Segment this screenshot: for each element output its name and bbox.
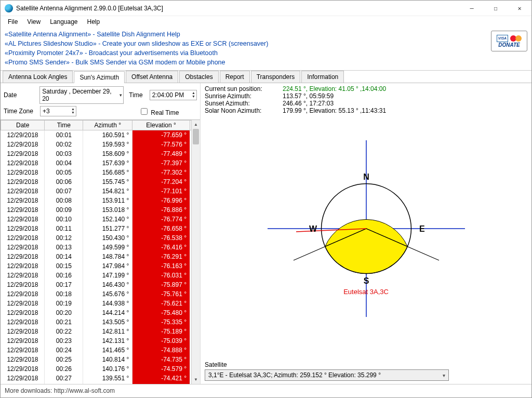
table-row[interactable]: 12/29/201800:04157.639 °-77.397 °: [1, 158, 200, 168]
cell-date: 12/29/2018: [1, 215, 45, 224]
table-row[interactable]: 12/29/201800:11151.277 °-76.658 °: [1, 224, 200, 233]
vertical-scrollbar[interactable]: ▲ ▼: [191, 120, 200, 384]
table-row[interactable]: 12/29/201800:06155.745 °-77.204 °: [1, 177, 200, 187]
cell-elevation: -74.579 °: [132, 364, 190, 374]
cell-azimuth: 158.609 °: [83, 149, 132, 158]
tab-offset-antenna[interactable]: Offset Antenna: [126, 71, 178, 83]
table-row[interactable]: 12/29/201800:18145.676 °-75.761 °: [1, 289, 200, 299]
right-panel: Current sun position: 224.51 °, Elevatio…: [201, 83, 531, 384]
data-grid[interactable]: Date Time Azimuth ° Elevation ° 12/29/20…: [1, 120, 200, 384]
table-row[interactable]: 12/29/201800:21143.505 °-75.335 °: [1, 317, 200, 327]
table-row[interactable]: 12/29/201800:26140.176 °-74.579 °: [1, 364, 200, 374]
menu-bar: File View Language Help: [1, 16, 531, 28]
table-row[interactable]: 12/29/201800:10152.140 °-76.774 °: [1, 215, 200, 224]
cell-elevation: -77.659 °: [132, 130, 190, 140]
content-area: Date Saturday , December 29, 20 ▾ Time 2…: [1, 83, 531, 384]
table-row[interactable]: 12/29/201800:23142.131 °-75.039 °: [1, 336, 200, 346]
cell-elevation: -76.163 °: [132, 261, 190, 271]
table-row[interactable]: 12/29/201800:28138.940 °-74.261 °: [1, 383, 200, 384]
cell-azimuth: 141.465 °: [83, 346, 132, 355]
compass-s: S: [363, 276, 369, 285]
table-row[interactable]: 12/29/201800:09153.018 °-76.886 °: [1, 205, 200, 215]
tab-obstacles[interactable]: Obstacles: [179, 71, 218, 83]
cell-elevation: -75.621 °: [132, 299, 190, 308]
table-row[interactable]: 12/29/201800:20144.214 °-75.480 °: [1, 308, 200, 317]
cell-elevation: -76.291 °: [132, 252, 190, 261]
promo-link-4[interactable]: «Promo SMS Sender» - Bulk SMS Sender via…: [5, 58, 527, 67]
tab-look-angles[interactable]: Antenna Look Angles: [3, 71, 73, 83]
col-elevation[interactable]: Elevation °: [132, 121, 190, 130]
cell-elevation: -77.101 °: [132, 187, 190, 196]
col-date[interactable]: Date: [1, 121, 45, 130]
table-row[interactable]: 12/29/201800:08153.911 °-76.996 °: [1, 196, 200, 205]
realtime-checkbox[interactable]: Real Time: [139, 107, 179, 116]
menu-file[interactable]: File: [4, 17, 22, 26]
menu-view[interactable]: View: [23, 17, 45, 26]
cell-azimuth: 147.199 °: [83, 271, 132, 280]
cell-date: 12/29/2018: [1, 205, 45, 215]
scroll-up-icon[interactable]: ▲: [192, 120, 200, 129]
cell-time: 00:26: [45, 364, 83, 374]
table-row[interactable]: 12/29/201800:27139.551 °-74.421 °: [1, 374, 200, 383]
promo-link-1[interactable]: «Satellite Antenna Alignment» - Satellit…: [5, 30, 527, 39]
title-bar: Satellite Antenna Alignment 2.99.0.0 [Eu…: [1, 1, 531, 16]
control-panel: Date Saturday , December 29, 20 ▾ Time 2…: [1, 83, 200, 120]
cell-time: 00:14: [45, 252, 83, 261]
date-picker[interactable]: Saturday , December 29, 20 ▾: [39, 86, 124, 104]
table-row[interactable]: 12/29/201800:24141.465 °-74.888 °: [1, 346, 200, 355]
scroll-down-icon[interactable]: ▼: [192, 375, 200, 384]
maximize-button[interactable]: ☐: [484, 1, 508, 16]
menu-language[interactable]: Language: [46, 17, 82, 26]
minimize-button[interactable]: —: [460, 1, 484, 16]
table-row[interactable]: 12/29/201800:05156.685 °-77.302 °: [1, 168, 200, 177]
cell-elevation: -76.774 °: [132, 215, 190, 224]
close-button[interactable]: ✕: [508, 1, 531, 16]
cell-elevation: -75.335 °: [132, 317, 190, 327]
table-row[interactable]: 12/29/201800:13149.599 °-76.416 °: [1, 243, 200, 252]
table-row[interactable]: 12/29/201800:07154.821 °-77.101 °: [1, 187, 200, 196]
cell-date: 12/29/2018: [1, 224, 45, 233]
table-row[interactable]: 12/29/201800:19144.938 °-75.621 °: [1, 299, 200, 308]
tz-spinner[interactable]: +3 ▲▼: [40, 106, 76, 116]
col-azimuth[interactable]: Azimuth °: [83, 121, 132, 130]
table-row[interactable]: 12/29/201800:17146.430 °-75.897 °: [1, 280, 200, 289]
tab-report[interactable]: Report: [220, 71, 250, 83]
cell-time: 00:24: [45, 346, 83, 355]
tab-transponders[interactable]: Transponders: [251, 71, 301, 83]
satellite-combo[interactable]: 3,1°E - Eutelsat 3A,3C; Azimuth: 259.152…: [205, 369, 449, 381]
promo-link-3[interactable]: «Proximity Promoter 24x7» - Broadcast yo…: [5, 48, 527, 58]
cell-date: 12/29/2018: [1, 140, 45, 149]
table-row[interactable]: 12/29/201800:02159.593 °-77.576 °: [1, 140, 200, 149]
col-time[interactable]: Time: [45, 121, 83, 130]
status-text: More downloads: http://www.al-soft.com: [5, 387, 115, 394]
tab-information[interactable]: Information: [301, 71, 344, 83]
cell-date: 12/29/2018: [1, 158, 45, 168]
menu-help[interactable]: Help: [83, 17, 104, 26]
tab-sun-azimuth[interactable]: Sun's Azimuth: [74, 71, 125, 83]
donate-button[interactable]: VISA DONATE: [491, 31, 527, 51]
cell-azimuth: 139.551 °: [83, 374, 132, 383]
table-row[interactable]: 12/29/201800:16147.199 °-76.031 °: [1, 271, 200, 280]
window-controls: — ☐ ✕: [460, 1, 531, 16]
cell-time: 00:18: [45, 289, 83, 299]
table-row[interactable]: 12/29/201800:03158.609 °-77.489 °: [1, 149, 200, 158]
cell-time: 00:22: [45, 327, 83, 336]
scroll-thumb[interactable]: [193, 129, 199, 144]
table-row[interactable]: 12/29/201800:15147.984 °-76.163 °: [1, 261, 200, 271]
compass-w: W: [309, 224, 317, 233]
cell-elevation: -77.489 °: [132, 149, 190, 158]
cell-time: 00:23: [45, 336, 83, 346]
promo-link-2[interactable]: «AL Pictures Slideshow Studio» - Create …: [5, 39, 527, 48]
cell-date: 12/29/2018: [1, 346, 45, 355]
cell-azimuth: 142.811 °: [83, 327, 132, 336]
table-row[interactable]: 12/29/201800:22142.811 °-75.189 °: [1, 327, 200, 336]
table-row[interactable]: 12/29/201800:12150.430 °-76.538 °: [1, 233, 200, 243]
table-row[interactable]: 12/29/201800:01160.591 °-77.659 °: [1, 130, 200, 140]
table-row[interactable]: 12/29/201800:14148.784 °-76.291 °: [1, 252, 200, 261]
table-row[interactable]: 12/29/201800:25140.814 °-74.735 °: [1, 355, 200, 364]
cell-date: 12/29/2018: [1, 271, 45, 280]
time-spinner[interactable]: 2:04:00 PM ▲▼: [150, 90, 197, 100]
compass-satellite-label: Eutelsat 3A,3C: [343, 288, 389, 296]
realtime-checkbox-input[interactable]: [141, 108, 148, 115]
cell-elevation: -76.658 °: [132, 224, 190, 233]
